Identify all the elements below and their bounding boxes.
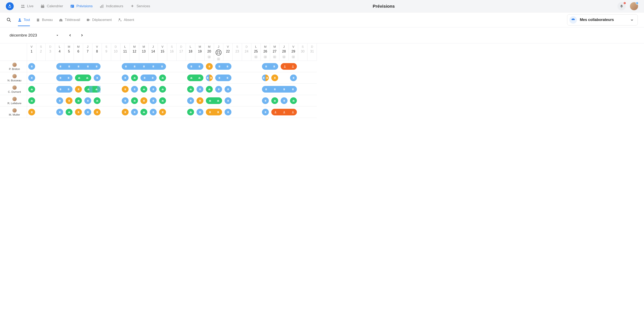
schedule-pill[interactable]: [271, 74, 278, 81]
schedule-pill[interactable]: [75, 74, 83, 81]
day-header-27[interactable]: M27: [270, 43, 280, 61]
schedule-cell[interactable]: [308, 61, 317, 72]
schedule-cell[interactable]: [289, 95, 298, 106]
schedule-cell[interactable]: [120, 106, 130, 118]
schedule-pill[interactable]: [122, 109, 128, 115]
schedule-pill[interactable]: [215, 63, 223, 70]
schedule-cell[interactable]: [111, 95, 120, 106]
schedule-pill[interactable]: [140, 97, 147, 104]
schedule-cell[interactable]: [111, 106, 120, 118]
schedule-pill[interactable]: [214, 97, 222, 104]
schedule-pill[interactable]: [150, 86, 157, 93]
day-header-5[interactable]: M5: [64, 43, 74, 61]
schedule-cell[interactable]: [195, 106, 205, 118]
schedule-cell[interactable]: [186, 61, 195, 72]
schedule-cell[interactable]: [111, 84, 120, 95]
day-header-12[interactable]: M12: [130, 43, 139, 61]
schedule-pill[interactable]: [64, 63, 74, 70]
tab-deplacement[interactable]: Déplacement: [86, 13, 112, 26]
collaborator-row-header[interactable]: N. Busseau: [0, 72, 27, 84]
schedule-cell[interactable]: [36, 95, 46, 106]
day-header-16[interactable]: S16: [167, 43, 176, 61]
schedule-pill[interactable]: [289, 63, 297, 70]
schedule-cell[interactable]: [176, 84, 186, 95]
schedule-cell[interactable]: [308, 72, 317, 84]
schedule-cell[interactable]: [64, 84, 74, 95]
schedule-cell[interactable]: [120, 84, 130, 95]
schedule-cell[interactable]: [205, 61, 214, 72]
schedule-cell[interactable]: [251, 72, 261, 84]
schedule-pill[interactable]: [84, 97, 91, 104]
schedule-cell[interactable]: [130, 61, 139, 72]
schedule-pill[interactable]: [140, 109, 147, 115]
day-header-31[interactable]: D31: [308, 43, 317, 61]
schedule-cell[interactable]: [92, 95, 102, 106]
schedule-cell[interactable]: [261, 61, 270, 72]
schedule-pill[interactable]: [281, 63, 289, 70]
schedule-pill[interactable]: [290, 74, 297, 81]
schedule-cell[interactable]: [176, 95, 186, 106]
schedule-pill[interactable]: [270, 63, 278, 70]
schedule-cell[interactable]: [158, 95, 167, 106]
nav-live[interactable]: Live: [21, 4, 34, 8]
schedule-cell[interactable]: [130, 84, 139, 95]
collaborator-row-header[interactable]: C. Dumont: [0, 84, 27, 95]
schedule-cell[interactable]: [92, 106, 102, 118]
schedule-pill[interactable]: [64, 74, 72, 81]
schedule-pill[interactable]: [159, 86, 166, 93]
schedule-pill[interactable]: [280, 109, 289, 115]
schedule-cell[interactable]: [148, 106, 158, 118]
schedule-grid[interactable]: V1S2D3L4M5M6J7V8S9D10L11M12M13J14V15S16D…: [0, 43, 644, 118]
schedule-cell[interactable]: [46, 72, 55, 84]
search-button[interactable]: [6, 17, 12, 23]
schedule-cell[interactable]: [74, 61, 83, 72]
schedule-cell[interactable]: [130, 106, 139, 118]
schedule-pill[interactable]: [206, 97, 214, 104]
schedule-cell[interactable]: [280, 72, 289, 84]
schedule-pill[interactable]: [148, 63, 158, 70]
schedule-cell[interactable]: [242, 95, 251, 106]
schedule-cell[interactable]: [251, 61, 261, 72]
schedule-pill[interactable]: [159, 74, 166, 81]
schedule-cell[interactable]: [102, 72, 111, 84]
schedule-pill[interactable]: [150, 97, 157, 104]
schedule-cell[interactable]: [83, 95, 92, 106]
schedule-cell[interactable]: [27, 84, 36, 95]
schedule-cell[interactable]: [92, 61, 102, 72]
schedule-cell[interactable]: [74, 72, 83, 84]
schedule-cell[interactable]: [186, 106, 195, 118]
schedule-cell[interactable]: [176, 106, 186, 118]
day-header-24[interactable]: D24: [242, 43, 251, 61]
schedule-cell[interactable]: [195, 84, 205, 95]
schedule-pill[interactable]: [28, 97, 35, 104]
app-logo[interactable]: [6, 2, 14, 10]
schedule-pill[interactable]: [84, 109, 91, 115]
day-header-21[interactable]: J21: [214, 43, 223, 61]
schedule-pill[interactable]: [187, 74, 195, 81]
schedule-pill[interactable]: [28, 63, 35, 70]
schedule-pill[interactable]: [131, 109, 138, 115]
schedule-pill[interactable]: [148, 74, 157, 81]
schedule-pill[interactable]: [28, 86, 35, 93]
schedule-cell[interactable]: [64, 95, 74, 106]
schedule-pill[interactable]: [28, 74, 35, 81]
schedule-cell[interactable]: [83, 84, 92, 95]
schedule-pill[interactable]: [187, 109, 194, 115]
schedule-cell[interactable]: [102, 95, 111, 106]
schedule-cell[interactable]: [270, 61, 280, 72]
schedule-cell[interactable]: [280, 95, 289, 106]
schedule-cell[interactable]: [251, 106, 261, 118]
schedule-cell[interactable]: [233, 72, 242, 84]
schedule-pill[interactable]: [74, 63, 83, 70]
schedule-cell[interactable]: [298, 84, 308, 95]
schedule-cell[interactable]: [205, 95, 214, 106]
schedule-pill[interactable]: [56, 86, 64, 93]
schedule-cell[interactable]: [167, 61, 176, 72]
schedule-cell[interactable]: [36, 106, 46, 118]
nav-indicateurs[interactable]: Indicateurs: [100, 4, 123, 8]
day-header-18[interactable]: L18: [186, 43, 195, 61]
day-header-13[interactable]: M13: [139, 43, 148, 61]
schedule-pill[interactable]: [187, 97, 194, 104]
schedule-cell[interactable]: [92, 84, 102, 95]
schedule-cell[interactable]: [139, 72, 148, 84]
